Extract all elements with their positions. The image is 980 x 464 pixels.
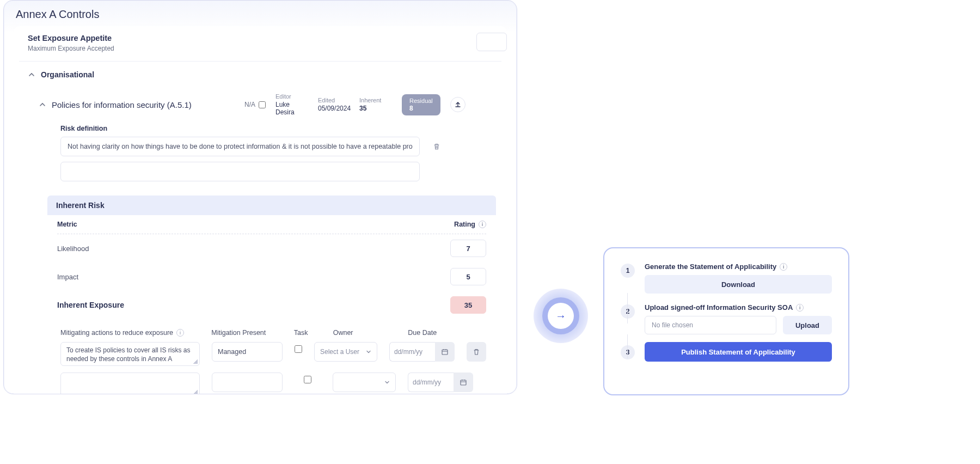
calendar-icon [441, 348, 449, 356]
inherent-value: 35 [359, 105, 392, 112]
step-number-1: 1 [621, 264, 635, 278]
residual-label: Residual [409, 97, 433, 104]
step-2: 2 Upload signed-off Information Security… [621, 303, 832, 334]
risk-definition-label: Risk definition [60, 125, 460, 132]
chevron-down-icon [384, 380, 390, 385]
editor-value: Luke Desira [275, 101, 308, 116]
step-3: 3 Publish Statement of Applicability [621, 344, 832, 362]
soa-wizard-card: 1 Generate the Statement of Applicabilit… [603, 247, 849, 395]
chevron-up-icon [39, 101, 46, 108]
col-mitigation-present: Mitigation Present [211, 329, 282, 337]
step-2-title: Upload signed-off Information Security S… [645, 303, 793, 312]
rating-col-label: Rating [454, 221, 475, 228]
svg-rect-0 [442, 350, 448, 355]
upload-icon [454, 101, 462, 108]
due-date-input[interactable]: dd/mm/yy [389, 342, 435, 362]
remove-action-button[interactable] [467, 342, 486, 362]
step-connector [627, 293, 628, 323]
due-date-input[interactable]: dd/mm/yy [408, 373, 454, 392]
info-icon[interactable]: i [176, 329, 184, 337]
likelihood-value[interactable]: 7 [450, 240, 486, 257]
edited-value: 05/09/2024 [318, 105, 350, 112]
na-checkbox[interactable] [259, 101, 266, 108]
inherent-exposure-label: Inherent Exposure [57, 301, 124, 309]
file-input[interactable]: No file chosen [645, 316, 776, 334]
trash-icon [473, 348, 480, 356]
owner-select[interactable] [333, 373, 396, 392]
upload-button[interactable] [450, 97, 465, 112]
trash-icon [433, 143, 440, 150]
na-toggle[interactable]: N/A [244, 101, 266, 108]
chevron-down-icon [366, 349, 371, 355]
calendar-button[interactable] [454, 373, 473, 392]
impact-value[interactable]: 5 [450, 268, 486, 285]
impact-label: Impact [57, 273, 78, 281]
inherent-risk-header: Inherent Risk [47, 196, 496, 215]
section-organisational[interactable]: Organisational [14, 62, 507, 88]
action-text-input[interactable] [60, 373, 200, 394]
section-label: Organisational [41, 70, 94, 79]
control-title: Policies for information security (A.5.1… [52, 100, 192, 109]
control-row-a51: Policies for information security (A.5.1… [14, 88, 507, 121]
risk-definition-block: Risk definition [14, 121, 507, 192]
owner-placeholder: Select a User [320, 348, 359, 356]
upload-button[interactable]: Upload [783, 316, 832, 334]
inherent-exposure-value: 35 [450, 296, 486, 314]
editor-meta: Editor Luke Desira [275, 93, 308, 116]
arrow-right-icon: → [555, 310, 566, 322]
chevron-up-icon [28, 71, 35, 78]
calendar-icon [460, 378, 467, 386]
mitigation-present-select[interactable]: Managed [212, 342, 283, 362]
control-header[interactable]: Policies for information security (A.5.1… [39, 100, 235, 109]
mitigating-actions-block: Mitigating actions to reduce exposure i … [14, 319, 507, 394]
edited-label: Edited [318, 97, 350, 103]
editor-label: Editor [275, 93, 308, 100]
action-row-1: To create IS policies to cover all IS ri… [60, 342, 473, 366]
exposure-title: Set Exposure Appetite [28, 34, 493, 42]
page-title: Annex A Controls [4, 1, 517, 26]
delete-risk-def-button[interactable] [428, 138, 445, 155]
risk-definition-input-empty[interactable] [60, 162, 420, 181]
action-row-2: dd/mm/yy [60, 373, 473, 394]
exposure-appetite-card: Set Exposure Appetite Maximum Exposure A… [14, 26, 507, 61]
info-icon[interactable]: i [796, 304, 804, 312]
panel-body: Set Exposure Appetite Maximum Exposure A… [14, 26, 507, 394]
actions-header-row: Mitigating actions to reduce exposure i … [60, 329, 473, 337]
col-mitigating-actions: Mitigating actions to reduce exposure [60, 329, 173, 337]
col-task: Task [294, 329, 321, 337]
col-owner: Owner [333, 329, 396, 337]
residual-pill: Residual 8 [402, 94, 440, 115]
info-icon[interactable]: i [479, 221, 486, 228]
flow-arrow-badge: → [534, 289, 588, 343]
action-text-input[interactable]: To create IS policies to cover all IS ri… [60, 342, 200, 366]
task-checkbox[interactable] [304, 376, 311, 383]
inherent-label: Inherent [359, 97, 392, 103]
metric-col-label: Metric [57, 221, 77, 228]
exposure-subtitle: Maximum Exposure Accepted [28, 45, 493, 52]
svg-rect-1 [461, 380, 466, 385]
info-icon[interactable]: i [780, 263, 787, 271]
edited-meta: Edited 05/09/2024 [318, 97, 350, 112]
step-1-title: Generate the Statement of Applicability [645, 262, 776, 271]
step-connector [627, 334, 628, 358]
residual-value: 8 [409, 105, 413, 112]
owner-select[interactable]: Select a User [314, 342, 377, 362]
inherent-risk-table: Metric Rating i Likelihood 7 Impact 5 In… [47, 215, 496, 319]
step-number-3: 3 [621, 345, 635, 359]
calendar-button[interactable] [435, 342, 455, 362]
annex-controls-panel: Annex A Controls Set Exposure Appetite M… [3, 0, 517, 394]
download-button[interactable]: Download [645, 275, 832, 294]
task-checkbox[interactable] [295, 345, 302, 353]
likelihood-label: Likelihood [57, 245, 89, 253]
col-due-date: Due Date [408, 329, 473, 337]
na-label: N/A [244, 101, 255, 108]
publish-button[interactable]: Publish Statement of Applicability [645, 342, 832, 362]
exposure-value-input[interactable] [476, 33, 507, 51]
step-1: 1 Generate the Statement of Applicabilit… [621, 262, 832, 294]
mitigation-present-select[interactable] [212, 373, 283, 392]
step-number-2: 2 [621, 304, 635, 319]
inherent-meta: Inherent 35 [359, 97, 392, 112]
risk-definition-input[interactable] [60, 137, 420, 156]
